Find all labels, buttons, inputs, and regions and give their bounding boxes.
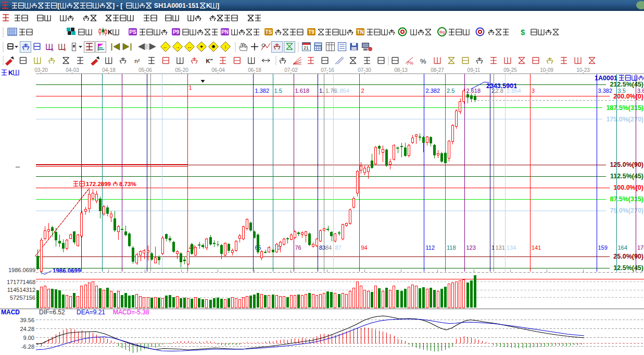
svg-text:94: 94 (361, 244, 368, 251)
svg-text:09-25: 09-25 (503, 67, 517, 73)
svg-text:1.618: 1.618 (295, 88, 310, 94)
svg-text:25.0%(90): 25.0%(90) (613, 253, 643, 260)
svg-text:39.56: 39.56 (20, 317, 34, 323)
svg-text:-6.28: -6.28 (21, 344, 34, 350)
svg-text:100.0%(0): 100.0%(0) (613, 184, 643, 191)
svg-text:75.0%(270): 75.0%(270) (610, 207, 643, 214)
svg-text:131: 131 (496, 244, 505, 251)
svg-text:2343.5901: 2343.5901 (486, 82, 517, 90)
svg-text:05-06: 05-06 (138, 67, 152, 73)
svg-text:10-23: 10-23 (576, 67, 590, 73)
svg-text:1.: 1. (319, 88, 324, 94)
svg-text:2.5: 2.5 (447, 88, 454, 94)
svg-text:2.382: 2.382 (426, 88, 440, 94)
svg-text:05-20: 05-20 (175, 67, 188, 73)
svg-text:1986.0699: 1986.0699 (8, 267, 35, 273)
svg-text:MACD: MACD (1, 309, 20, 316)
svg-text:1.5: 1.5 (274, 88, 282, 94)
svg-text:DEA=9.21: DEA=9.21 (77, 309, 105, 316)
svg-text:159: 159 (598, 244, 608, 251)
svg-text:112.5%(45): 112.5%(45) (610, 173, 643, 180)
svg-text:04-03: 04-03 (66, 67, 79, 73)
svg-text:1: 1 (189, 84, 192, 91)
svg-text:3.618: 3.618 (637, 88, 644, 94)
svg-text:171771468: 171771468 (7, 279, 35, 285)
svg-text:1.76: 1.76 (325, 88, 336, 94)
svg-text:06-18: 06-18 (248, 67, 261, 73)
svg-text:3.5: 3.5 (618, 88, 626, 94)
svg-text:87: 87 (335, 244, 342, 251)
svg-text:09-11: 09-11 (468, 67, 481, 73)
svg-text:1A0001: 1A0001 (595, 75, 617, 82)
svg-text:24.28: 24.28 (20, 326, 34, 332)
svg-text:1.382: 1.382 (255, 88, 270, 94)
svg-text:3: 3 (532, 88, 535, 94)
svg-text:141: 141 (532, 244, 541, 251)
svg-text:112: 112 (426, 244, 435, 251)
svg-text:84: 84 (325, 244, 332, 251)
svg-text:164: 164 (618, 244, 627, 251)
svg-text:1: 1 (491, 244, 495, 251)
svg-text:172.2899: 172.2899 (86, 181, 111, 187)
svg-text:83: 83 (319, 244, 325, 251)
svg-text:57257156: 57257156 (10, 295, 35, 301)
svg-text:12.5%(45): 12.5%(45) (613, 264, 643, 272)
svg-text:07-16: 07-16 (321, 67, 334, 73)
svg-text:2: 2 (361, 88, 364, 94)
svg-text:07-02: 07-02 (284, 67, 298, 73)
svg-text:134: 134 (507, 244, 516, 251)
svg-text:03-20: 03-20 (34, 67, 48, 73)
svg-text:DIF=6.52: DIF=6.52 (39, 309, 65, 316)
svg-text:10-09: 10-09 (540, 67, 553, 73)
svg-text:125.0%(90): 125.0%(90) (610, 161, 643, 168)
svg-text:175.0%(270): 175.0%(270) (606, 116, 643, 123)
svg-text:06-04: 06-04 (211, 67, 225, 73)
svg-text:118: 118 (447, 244, 456, 251)
svg-text:07-30: 07-30 (358, 67, 371, 73)
svg-text:MACD=-5.38: MACD=-5.38 (113, 309, 149, 316)
svg-text:87.5%(315): 87.5%(315) (610, 195, 643, 203)
svg-text:76: 76 (295, 244, 301, 251)
svg-text:187.5%(315): 187.5%(315) (606, 104, 643, 112)
svg-text:8.73%: 8.73% (119, 181, 136, 187)
svg-text:9.00: 9.00 (23, 335, 34, 341)
svg-text:123: 123 (466, 244, 476, 251)
svg-text:08-27: 08-27 (431, 67, 444, 73)
svg-text:04-18: 04-18 (102, 67, 116, 73)
svg-text:114514312: 114514312 (7, 287, 35, 293)
svg-text:170: 170 (637, 244, 644, 251)
svg-text:2.618: 2.618 (466, 88, 481, 94)
svg-text:1.854: 1.854 (335, 88, 350, 94)
svg-text:3.382: 3.382 (598, 88, 613, 94)
svg-text:08-13: 08-13 (394, 67, 408, 73)
svg-text:K: K (8, 69, 13, 77)
